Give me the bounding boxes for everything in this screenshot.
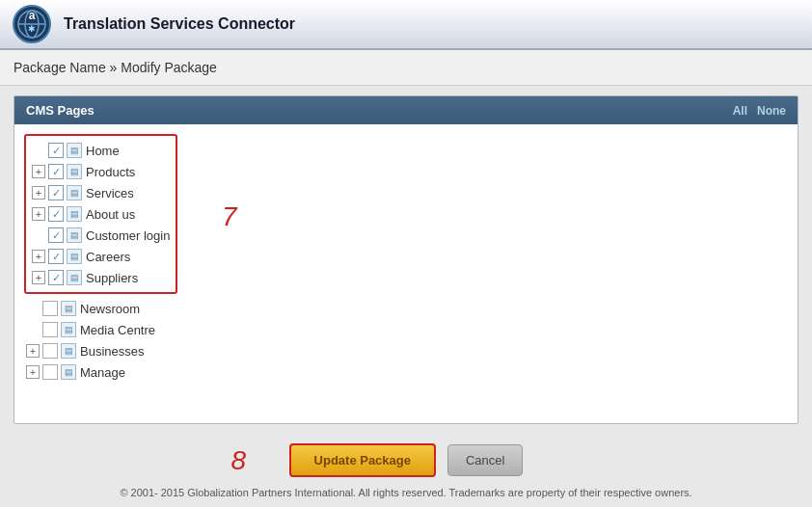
cms-body: ▤ Home + ▤ Products + ▤ Services (14, 124, 798, 423)
checkbox-products[interactable] (48, 164, 64, 179)
bottom-area: 8 Update Package Cancel © 2001- 2015 Glo… (0, 434, 812, 504)
tree-item-businesses: + ▤ Businesses (24, 340, 788, 361)
page-icon-suppliers: ▤ (67, 270, 82, 285)
main-content: CMS Pages All None ▤ Home + (0, 86, 812, 434)
selected-items-group: ▤ Home + ▤ Products + ▤ Services (24, 134, 177, 294)
checkbox-services[interactable] (48, 185, 64, 200)
cms-header-links: All None (733, 104, 786, 118)
checkbox-careers[interactable] (48, 249, 64, 264)
update-package-button[interactable]: Update Package (289, 443, 436, 477)
checkbox-suppliers[interactable] (48, 270, 64, 285)
label-businesses: Businesses (80, 344, 144, 359)
all-link[interactable]: All (733, 104, 747, 118)
page-icon-media-centre: ▤ (61, 322, 76, 337)
page-icon-customer-login: ▤ (67, 227, 82, 243)
cms-panel: CMS Pages All None ▤ Home + (14, 95, 798, 424)
tree-item-newsroom: ▤ Newsroom (24, 298, 788, 319)
breadcrumb: Package Name » Modify Package (0, 50, 812, 86)
page-icon-home: ▤ (67, 143, 82, 158)
label-customer-login: Customer login (86, 228, 170, 243)
tree-item-media-centre: ▤ Media Centre (24, 319, 788, 340)
none-link[interactable]: None (757, 104, 786, 118)
page-icon-services: ▤ (67, 185, 82, 200)
page-icon-manage: ▤ (61, 364, 76, 380)
expand-placeholder-home (32, 144, 45, 157)
tree-item-suppliers: + ▤ Suppliers (30, 267, 172, 288)
tree-item-home: ▤ Home (30, 140, 172, 161)
tree-item-about-us: + ▤ About us (30, 203, 172, 225)
expand-placeholder-newsroom (26, 302, 40, 315)
expand-btn-businesses[interactable]: + (26, 344, 40, 358)
checkbox-customer-login[interactable] (48, 227, 64, 243)
svg-text:a: a (29, 9, 36, 22)
expand-btn-services[interactable]: + (32, 186, 45, 200)
tree-item-products: + ▤ Products (30, 161, 172, 182)
label-about-us: About us (86, 207, 135, 222)
cms-panel-title: CMS Pages (26, 103, 95, 118)
annotation-7: 7 (222, 201, 237, 232)
page-icon-about-us: ▤ (67, 206, 82, 222)
tree-item-careers: + ▤ Careers (30, 246, 172, 267)
label-suppliers: Suppliers (86, 271, 138, 285)
app-logo: a ✱ (12, 4, 52, 44)
checkbox-media-centre[interactable] (42, 322, 58, 337)
expand-placeholder-customer-login (32, 228, 45, 242)
button-row: 8 Update Package Cancel (289, 443, 524, 477)
checkbox-about-us[interactable] (48, 206, 64, 222)
checkbox-newsroom[interactable] (42, 301, 58, 316)
label-home: Home (86, 144, 120, 158)
cancel-button[interactable]: Cancel (447, 444, 523, 476)
label-newsroom: Newsroom (80, 302, 140, 316)
expand-btn-careers[interactable]: + (32, 250, 45, 263)
expand-btn-products[interactable]: + (32, 165, 45, 178)
tree-item-customer-login: ▤ Customer login (30, 225, 172, 246)
page-icon-newsroom: ▤ (61, 301, 76, 316)
tree-item-manage: + ▤ Manage (24, 361, 788, 383)
expand-btn-suppliers[interactable]: + (32, 271, 45, 284)
label-products: Products (86, 165, 135, 179)
app-header: a ✱ Translation Services Connector (0, 0, 812, 50)
app-title: Translation Services Connector (64, 15, 295, 33)
footer-text: © 2001- 2015 Globalization Partners Inte… (120, 483, 691, 500)
checkbox-home[interactable] (48, 143, 64, 158)
label-careers: Careers (86, 250, 130, 264)
expand-btn-about-us[interactable]: + (32, 207, 45, 221)
tree-item-services: + ▤ Services (30, 182, 172, 203)
label-manage: Manage (80, 365, 125, 380)
annotation-8: 8 (231, 445, 247, 476)
expand-btn-manage[interactable]: + (26, 365, 40, 379)
page-icon-products: ▤ (67, 164, 82, 179)
label-media-centre: Media Centre (80, 323, 155, 337)
page-icon-careers: ▤ (67, 249, 82, 264)
checkbox-businesses[interactable] (42, 343, 58, 359)
expand-placeholder-media-centre (26, 323, 40, 336)
page-icon-businesses: ▤ (61, 343, 76, 359)
label-services: Services (86, 186, 134, 200)
svg-text:✱: ✱ (28, 24, 36, 34)
checkbox-manage[interactable] (42, 364, 58, 380)
cms-header: CMS Pages All None (14, 96, 798, 124)
